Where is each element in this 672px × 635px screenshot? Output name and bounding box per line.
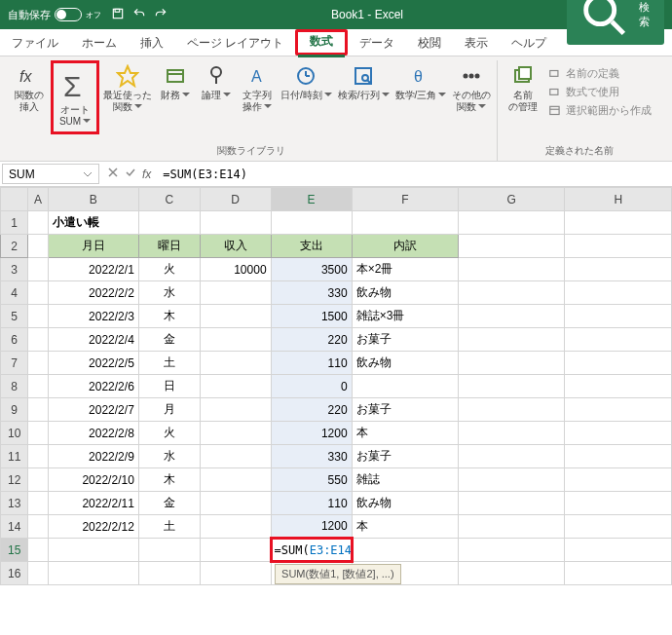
cell[interactable]: 3500 xyxy=(271,258,352,281)
cell[interactable]: 土 xyxy=(138,352,200,375)
cell[interactable]: 雑誌 xyxy=(352,468,458,492)
cell[interactable]: 木 xyxy=(138,468,200,492)
undo-icon[interactable] xyxy=(132,7,146,23)
cell[interactable]: 雑誌×3冊 xyxy=(352,305,458,328)
cell[interactable]: 550 xyxy=(271,468,352,492)
cell[interactable]: 1500 xyxy=(271,305,352,328)
name-manager-button[interactable]: 名前 の管理 xyxy=(504,60,542,117)
select-all-corner[interactable] xyxy=(1,188,28,211)
row-header[interactable]: 7 xyxy=(1,352,28,375)
cell[interactable]: 330 xyxy=(271,281,352,305)
col-header[interactable]: C xyxy=(138,188,200,211)
cell[interactable] xyxy=(200,375,271,398)
tab-data[interactable]: データ xyxy=(348,29,406,56)
row-header[interactable]: 11 xyxy=(1,445,28,468)
cell[interactable]: 飲み物 xyxy=(352,492,458,515)
cell[interactable] xyxy=(200,328,271,352)
datetime-button[interactable]: 日付/時刻 xyxy=(279,60,334,105)
define-name-button[interactable]: 名前の定義 xyxy=(544,64,655,83)
logical-button[interactable]: 論理 xyxy=(197,60,236,105)
col-header[interactable]: D xyxy=(200,188,271,211)
cell[interactable]: 支出 xyxy=(271,235,352,258)
cell[interactable]: 飲み物 xyxy=(352,281,458,305)
cell[interactable]: 本×2冊 xyxy=(352,258,458,281)
cell[interactable]: 2022/2/7 xyxy=(48,398,138,422)
cell[interactable] xyxy=(200,398,271,422)
cell[interactable]: お菓子 xyxy=(352,328,458,352)
cell[interactable] xyxy=(200,422,271,445)
spreadsheet-grid[interactable]: A B C D E F G H 1小遣い帳2月日曜日収入支出内訳32022/2/… xyxy=(0,187,672,585)
cell[interactable] xyxy=(352,375,458,398)
cell[interactable]: 水 xyxy=(138,281,200,305)
col-header[interactable]: H xyxy=(565,188,672,211)
column-headers[interactable]: A B C D E F G H xyxy=(1,188,672,211)
cell[interactable] xyxy=(200,445,271,468)
tab-review[interactable]: 校閲 xyxy=(406,29,453,56)
autosum-button[interactable]: Σ オート SUM xyxy=(51,60,99,134)
cell[interactable]: 月日 xyxy=(48,235,138,258)
text-button[interactable]: A 文字列 操作 xyxy=(238,60,277,117)
cell[interactable]: お菓子 xyxy=(352,398,458,422)
cell[interactable]: 110 xyxy=(271,352,352,375)
tab-home[interactable]: ホーム xyxy=(70,29,129,56)
cell[interactable]: 330 xyxy=(271,445,352,468)
row-header[interactable]: 8 xyxy=(1,375,28,398)
cell[interactable]: 2022/2/11 xyxy=(48,492,138,515)
sheet-title-cell[interactable]: 小遣い帳 xyxy=(48,211,138,235)
cell[interactable]: 内訳 xyxy=(352,235,458,258)
cell[interactable]: 金 xyxy=(138,492,200,515)
row-header[interactable]: 2 xyxy=(1,235,28,258)
use-in-formula-button[interactable]: 数式で使用 xyxy=(544,83,655,101)
save-icon[interactable] xyxy=(111,7,125,23)
cell[interactable]: 2022/2/5 xyxy=(48,352,138,375)
tab-formula[interactable]: 数式 xyxy=(298,27,345,57)
recent-functions-button[interactable]: 最近使った 関数 xyxy=(101,60,154,117)
cancel-icon[interactable] xyxy=(107,167,119,181)
col-header[interactable]: B xyxy=(48,188,138,211)
formula-input[interactable]: =SUM(E3:E14) xyxy=(157,162,672,186)
cell[interactable]: 土 xyxy=(138,515,200,539)
row-header[interactable]: 1 xyxy=(1,211,28,235)
redo-icon[interactable] xyxy=(154,7,168,23)
row-header[interactable]: 14 xyxy=(1,515,28,539)
cell[interactable] xyxy=(200,492,271,515)
row-header[interactable]: 10 xyxy=(1,422,28,445)
cell[interactable]: 110 xyxy=(271,492,352,515)
cell[interactable]: 日 xyxy=(138,375,200,398)
more-functions-button[interactable]: その他の 関数 xyxy=(450,60,493,117)
cell[interactable]: 木 xyxy=(138,305,200,328)
fx-icon[interactable]: fx xyxy=(142,168,151,181)
cell[interactable]: 月 xyxy=(138,398,200,422)
col-header[interactable]: F xyxy=(352,188,458,211)
col-header[interactable]: E xyxy=(271,188,352,211)
cell[interactable] xyxy=(200,281,271,305)
cell[interactable]: 曜日 xyxy=(138,235,200,258)
cell[interactable]: お菓子 xyxy=(352,445,458,468)
cell[interactable] xyxy=(200,468,271,492)
tab-insert[interactable]: 挿入 xyxy=(129,29,175,56)
enter-icon[interactable] xyxy=(125,167,136,181)
cell[interactable] xyxy=(200,305,271,328)
cell[interactable]: 220 xyxy=(271,328,352,352)
col-header[interactable]: G xyxy=(459,188,565,211)
tab-page-layout[interactable]: ページ レイアウト xyxy=(175,29,295,56)
cell[interactable]: 金 xyxy=(138,328,200,352)
create-from-selection-button[interactable]: 選択範囲から作成 xyxy=(544,101,655,120)
row-header[interactable]: 5 xyxy=(1,305,28,328)
cell[interactable]: 2022/2/2 xyxy=(48,281,138,305)
row-header[interactable]: 13 xyxy=(1,492,28,515)
row-header[interactable]: 12 xyxy=(1,468,28,492)
cell[interactable]: 10000 xyxy=(200,258,271,281)
row-header[interactable]: 3 xyxy=(1,258,28,281)
cell[interactable]: 2022/2/12 xyxy=(48,515,138,539)
cell[interactable]: 1200 xyxy=(271,422,352,445)
cell[interactable]: 220 xyxy=(271,398,352,422)
financial-button[interactable]: 財務 xyxy=(156,60,195,105)
cell[interactable]: 2022/2/4 xyxy=(48,328,138,352)
row-header[interactable]: 6 xyxy=(1,328,28,352)
cell[interactable]: 2022/2/6 xyxy=(48,375,138,398)
cell[interactable]: 2022/2/3 xyxy=(48,305,138,328)
insert-function-button[interactable]: fx 関数の 挿入 xyxy=(10,60,49,117)
row-header[interactable]: 15 xyxy=(1,539,28,562)
row-header[interactable]: 9 xyxy=(1,398,28,422)
